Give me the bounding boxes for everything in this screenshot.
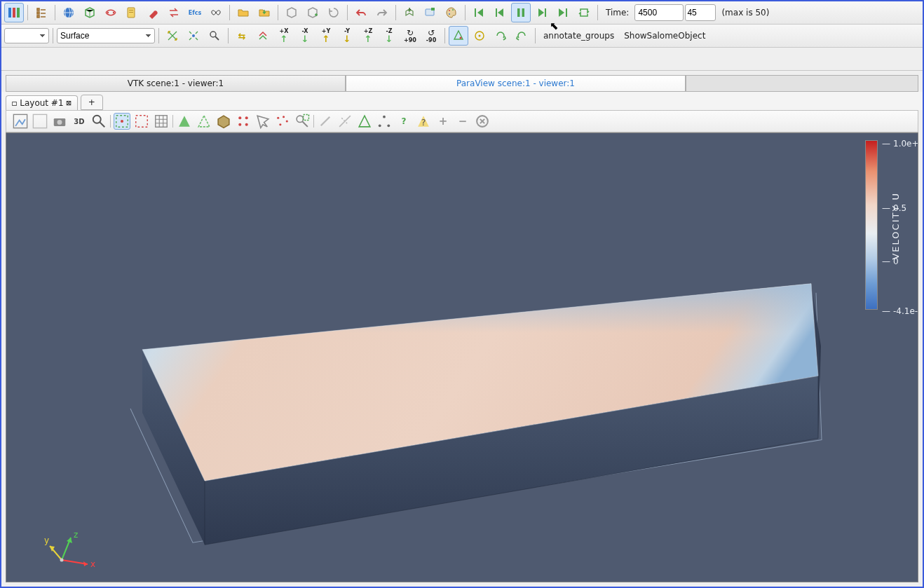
loop-icon[interactable]	[574, 3, 594, 22]
svg-point-5	[113, 12, 114, 13]
scene-tab-spacer	[686, 75, 918, 91]
layout-tabs: ◻ Layout #1 ⊠ +	[1, 92, 923, 110]
svg-point-13	[452, 9, 454, 11]
show-salome-object-button[interactable]: ShowSalomeObject	[620, 31, 709, 41]
cube-up-icon[interactable]	[400, 3, 419, 22]
rotate-pos90-icon[interactable]: ↻+90	[400, 26, 420, 46]
representation-combo[interactable]: Surface	[57, 28, 155, 43]
svg-rect-32	[136, 116, 148, 128]
cube-green-icon[interactable]	[80, 3, 100, 22]
zoom-icon[interactable]	[205, 26, 224, 46]
view-pos-y-icon[interactable]: +Y↑	[316, 26, 336, 46]
grid-select-icon[interactable]	[153, 113, 170, 130]
palette-icon[interactable]	[442, 3, 461, 22]
view-neg-x-icon[interactable]: -X↓	[295, 26, 315, 46]
select-mode-icon[interactable]	[114, 113, 130, 130]
layout-add-button[interactable]: +	[81, 95, 103, 110]
circle-x-icon[interactable]	[474, 113, 491, 130]
scatter-pick-icon[interactable]	[274, 113, 291, 130]
globe-icon[interactable]	[59, 3, 79, 22]
mesh-red-icon[interactable]	[101, 3, 121, 22]
monitor-flag-icon[interactable]	[421, 3, 440, 22]
tab-paraview-scene[interactable]: ParaView scene:1 - viewer:1	[346, 75, 686, 91]
help-green-icon[interactable]: ?	[395, 113, 412, 130]
tri-help-icon[interactable]: ?	[415, 113, 432, 130]
history-icon[interactable]	[324, 3, 344, 22]
box-plus-icon[interactable]	[303, 3, 322, 22]
svg-rect-19	[566, 8, 567, 17]
step-back-icon[interactable]	[490, 3, 510, 22]
script-icon[interactable]	[122, 3, 142, 22]
camera-icon[interactable]	[51, 113, 68, 130]
color-legend[interactable]: 1.0e+00 0.5 0 -4.1e-01 VELOCITY U	[865, 140, 901, 311]
rotate-neg90-icon[interactable]: ↺-90	[421, 26, 441, 46]
tab-vtk-scene[interactable]: VTK scene:1 - viewer:1	[6, 75, 346, 91]
annotate-groups-button[interactable]: annotate_groups	[539, 31, 618, 41]
cube-sel-icon[interactable]	[215, 113, 232, 130]
frame-spin[interactable]	[685, 4, 716, 21]
view-neg-z-icon[interactable]: -Z↓	[379, 26, 399, 46]
target-icon[interactable]	[470, 26, 489, 46]
svg-point-22	[460, 37, 462, 39]
view-3d-button[interactable]: 3D	[71, 113, 88, 130]
svg-rect-33	[156, 116, 168, 128]
svg-text:?: ?	[421, 117, 426, 128]
axis-stack-colored-icon[interactable]	[253, 26, 273, 46]
close-icon[interactable]: ⊠	[67, 98, 72, 108]
undo-icon[interactable]	[351, 3, 371, 22]
svg-rect-16	[517, 8, 520, 17]
axis-neg-stack-icon[interactable]: ⇆	[232, 26, 252, 46]
spin-cw-icon[interactable]	[491, 26, 510, 46]
tri-outline-icon[interactable]	[356, 113, 373, 130]
toolbar-secondary: Surface ⇆ +X↑ -X↓ +Y↑ -Y↓ +Z↑ -Z↓ ↻+90 ↺…	[1, 25, 923, 48]
view-neg-y-icon[interactable]: -Y↓	[337, 26, 357, 46]
combo-blank[interactable]	[4, 28, 49, 43]
legend-tick: -4.1e-01	[882, 306, 918, 316]
svg-point-24	[479, 35, 481, 37]
toolbar-main: Efcs Time: (max is 50)	[1, 1, 923, 25]
view-pos-x-icon[interactable]: +X↑	[274, 26, 294, 46]
dots-tri-icon[interactable]	[376, 113, 393, 130]
folder-open-icon[interactable]	[233, 3, 253, 22]
zoom-to-box-icon[interactable]	[294, 113, 311, 130]
first-frame-icon[interactable]	[469, 3, 489, 22]
max-hint-label: (max is 50)	[717, 8, 773, 18]
layout-tab-label: Layout #1	[20, 98, 63, 108]
points-red-icon[interactable]	[235, 113, 252, 130]
minus-gray-icon[interactable]: −	[454, 113, 471, 130]
pause-icon[interactable]	[511, 3, 531, 22]
viewport-3d[interactable]: 1.0e+00 0.5 0 -4.1e-01 VELOCITY U x y z	[6, 132, 918, 582]
poly-pick-icon[interactable]	[254, 113, 271, 130]
box-gray-icon[interactable]	[282, 3, 301, 22]
pick-mode-icon[interactable]	[449, 26, 468, 46]
svg-rect-10	[431, 8, 435, 11]
svg-point-11	[449, 10, 450, 11]
plus-gray-icon[interactable]: +	[435, 113, 451, 130]
swap-icon[interactable]	[164, 3, 184, 22]
tri-green-icon[interactable]	[176, 113, 193, 130]
play-icon[interactable]	[532, 3, 552, 22]
rubber-band-icon[interactable]	[133, 113, 150, 130]
svg-point-20	[192, 34, 195, 37]
folder-import-icon[interactable]	[254, 3, 274, 22]
fit-all-icon[interactable]	[184, 26, 203, 46]
wand-gray-icon[interactable]	[317, 113, 334, 130]
wrench-red-icon[interactable]	[143, 3, 163, 22]
tree-icon[interactable]	[32, 3, 51, 22]
layout-tab-1[interactable]: ◻ Layout #1 ⊠	[6, 95, 78, 110]
tri-dashed-icon[interactable]	[196, 113, 212, 130]
render-view-icon[interactable]	[12, 113, 29, 130]
app-window: ⬉ Efcs Time:	[0, 0, 924, 588]
render-view-gray-icon[interactable]	[32, 113, 48, 130]
view-pos-z-icon[interactable]: +Z↑	[358, 26, 378, 46]
butterfly-icon[interactable]	[206, 3, 226, 22]
paraview-logo-icon[interactable]	[4, 3, 24, 22]
last-frame-icon[interactable]	[553, 3, 573, 22]
zoom-fit-icon[interactable]	[90, 113, 107, 130]
spin-ccw-icon[interactable]	[512, 26, 531, 46]
redo-icon[interactable]	[372, 3, 392, 22]
efcs-icon[interactable]: Efcs	[185, 3, 205, 22]
measure-gray-icon[interactable]	[337, 113, 353, 130]
reset-view-icon[interactable]	[163, 26, 182, 46]
time-value-input[interactable]	[634, 4, 684, 21]
